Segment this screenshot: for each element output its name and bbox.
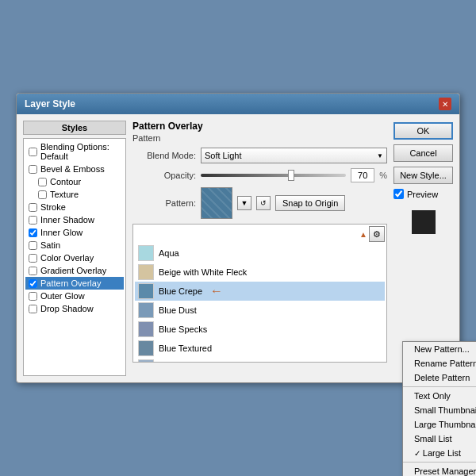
- pattern-swatch: [138, 264, 154, 280]
- pattern-item-label: Blue Crepe: [159, 286, 202, 296]
- dropdown-arrow-icon: ▼: [377, 152, 383, 159]
- sidebar-item-blending[interactable]: Blending Options: Default: [25, 140, 124, 163]
- preview-label: Preview: [407, 190, 438, 199]
- sidebar-item-stroke[interactable]: Stroke: [25, 201, 124, 213]
- stroke-checkbox[interactable]: [29, 203, 37, 212]
- opacity-row: Opacity: %: [132, 168, 387, 182]
- list-item[interactable]: Beige with White Fleck: [135, 263, 385, 282]
- color-overlay-checkbox[interactable]: [29, 254, 37, 263]
- inner-shadow-label: Inner Shadow: [40, 215, 94, 225]
- inner-glow-label: Inner Glow: [40, 228, 83, 237]
- cancel-button[interactable]: Cancel: [393, 144, 453, 162]
- sidebar-item-contour[interactable]: Contour: [25, 175, 124, 188]
- ok-button[interactable]: OK: [393, 122, 453, 140]
- texture-checkbox[interactable]: [38, 190, 47, 199]
- satin-label: Satin: [40, 240, 60, 250]
- sidebar-item-gradient-overlay[interactable]: Gradient Overlay: [25, 264, 124, 277]
- menu-item-rename-pattern[interactable]: Rename Pattern...: [403, 356, 476, 370]
- pattern-preview[interactable]: [201, 187, 232, 219]
- blending-label: Blending Options: Default: [40, 142, 121, 161]
- menu-item-new-pattern[interactable]: New Pattern...: [403, 342, 476, 356]
- dialog-title: Layer Style: [25, 98, 75, 109]
- pattern-refresh-btn[interactable]: ↺: [256, 196, 271, 210]
- opacity-slider[interactable]: [201, 174, 346, 177]
- opacity-label: Opacity:: [132, 171, 196, 180]
- close-button[interactable]: ✕: [439, 98, 451, 110]
- sidebar-item-inner-shadow[interactable]: Inner Shadow: [25, 213, 124, 226]
- pattern-swatch: [138, 359, 154, 363]
- layer-style-dialog: Layer Style ✕ Styles Blending Options: D…: [16, 93, 460, 383]
- bevel-label: Bevel & Emboss: [40, 164, 105, 174]
- selection-arrow-icon: ←: [210, 284, 223, 298]
- sidebar-item-satin[interactable]: Satin: [25, 239, 124, 251]
- menu-item-delete-pattern[interactable]: Delete Pattern: [403, 370, 476, 385]
- pattern-item-label: Blue Textured: [159, 344, 212, 353]
- menu-divider: [403, 386, 476, 387]
- satin-checkbox[interactable]: [29, 241, 37, 250]
- outer-glow-label: Outer Glow: [40, 291, 85, 301]
- menu-item-small-list[interactable]: Small List: [403, 432, 476, 446]
- menu-divider: [403, 462, 476, 463]
- preview-checkbox[interactable]: [393, 189, 404, 199]
- drop-shadow-label: Drop Shadow: [40, 304, 94, 313]
- menu-item-large-list[interactable]: Large List: [403, 446, 476, 460]
- pattern-swatch: [138, 340, 154, 356]
- list-item[interactable]: Blue Dust: [135, 301, 385, 320]
- styles-panel: Styles Blending Options: Default Bevel &…: [23, 121, 126, 376]
- menu-item-small-thumbnail[interactable]: Small Thumbnail: [403, 403, 476, 417]
- pattern-dropdown-btn[interactable]: ▼: [237, 196, 251, 210]
- menu-item-large-thumbnail[interactable]: Large Thumbnail: [403, 417, 476, 432]
- list-item[interactable]: Blue Vellum: [135, 358, 385, 363]
- pattern-list-area[interactable]: ▲ ⚙ Aqua Beige with White Fleck: [132, 224, 387, 363]
- pattern-items-list: Aqua Beige with White Fleck Blue Crepe ←: [135, 244, 385, 363]
- sidebar-item-pattern-overlay[interactable]: Pattern Overlay: [25, 277, 124, 290]
- opacity-input[interactable]: [351, 168, 374, 182]
- title-bar: Layer Style ✕: [17, 94, 459, 114]
- drop-shadow-checkbox[interactable]: [29, 305, 37, 313]
- sidebar-item-bevel[interactable]: Bevel & Emboss: [25, 163, 124, 175]
- context-menu: New Pattern... Rename Pattern... Delete …: [402, 341, 476, 476]
- right-panel: OK Cancel New Style... Preview: [393, 121, 453, 376]
- blending-checkbox[interactable]: [29, 148, 37, 156]
- sidebar-item-drop-shadow[interactable]: Drop Shadow: [25, 302, 124, 315]
- pattern-list-container: ▲ ⚙ Aqua Beige with White Fleck: [132, 224, 387, 363]
- gear-button[interactable]: ⚙: [369, 226, 385, 242]
- gradient-overlay-checkbox[interactable]: [29, 267, 37, 275]
- pattern-overlay-label: Pattern Overlay: [40, 278, 101, 288]
- subsection-title: Pattern: [132, 133, 387, 143]
- color-overlay-label: Color Overlay: [40, 253, 94, 263]
- blend-mode-value[interactable]: Soft Light ▼: [201, 148, 387, 163]
- bevel-checkbox[interactable]: [29, 165, 37, 174]
- sidebar-item-inner-glow[interactable]: Inner Glow: [25, 226, 124, 239]
- contour-checkbox[interactable]: [38, 178, 47, 186]
- sidebar-item-texture[interactable]: Texture: [25, 188, 124, 201]
- list-item[interactable]: Blue Specks: [135, 320, 385, 339]
- preview-row: Preview: [393, 189, 453, 199]
- preview-box: [412, 210, 436, 234]
- outer-glow-checkbox[interactable]: [29, 292, 37, 301]
- menu-item-preset-manager[interactable]: Preset Manager...: [403, 464, 476, 476]
- inner-glow-checkbox[interactable]: [29, 228, 37, 237]
- opacity-slider-thumb[interactable]: [288, 170, 294, 181]
- pattern-item-label: Aqua: [159, 248, 179, 258]
- sidebar-item-outer-glow[interactable]: Outer Glow: [25, 290, 124, 302]
- stroke-label: Stroke: [40, 202, 66, 212]
- opacity-unit: %: [379, 171, 387, 180]
- menu-item-text-only[interactable]: Text Only: [403, 389, 476, 403]
- new-style-button[interactable]: New Style...: [393, 167, 453, 184]
- styles-list: Blending Options: Default Bevel & Emboss…: [23, 138, 126, 376]
- texture-label: Texture: [50, 190, 79, 199]
- scroll-up-indicator: ▲: [358, 228, 369, 240]
- pattern-item-label: Beige with White Fleck: [159, 267, 247, 277]
- blend-mode-label: Blend Mode:: [132, 151, 196, 160]
- sidebar-item-color-overlay[interactable]: Color Overlay: [25, 251, 124, 264]
- pattern-label: Pattern:: [132, 198, 196, 208]
- pattern-overlay-checkbox[interactable]: [29, 279, 37, 288]
- snap-to-origin-btn[interactable]: Snap to Origin: [275, 195, 345, 211]
- inner-shadow-checkbox[interactable]: [29, 216, 37, 225]
- list-item[interactable]: Blue Textured: [135, 339, 385, 358]
- list-item-blue-crepe[interactable]: Blue Crepe ←: [135, 282, 385, 301]
- list-item[interactable]: Aqua: [135, 244, 385, 263]
- blend-mode-dropdown[interactable]: Soft Light ▼: [201, 148, 387, 163]
- gradient-overlay-label: Gradient Overlay: [40, 266, 106, 275]
